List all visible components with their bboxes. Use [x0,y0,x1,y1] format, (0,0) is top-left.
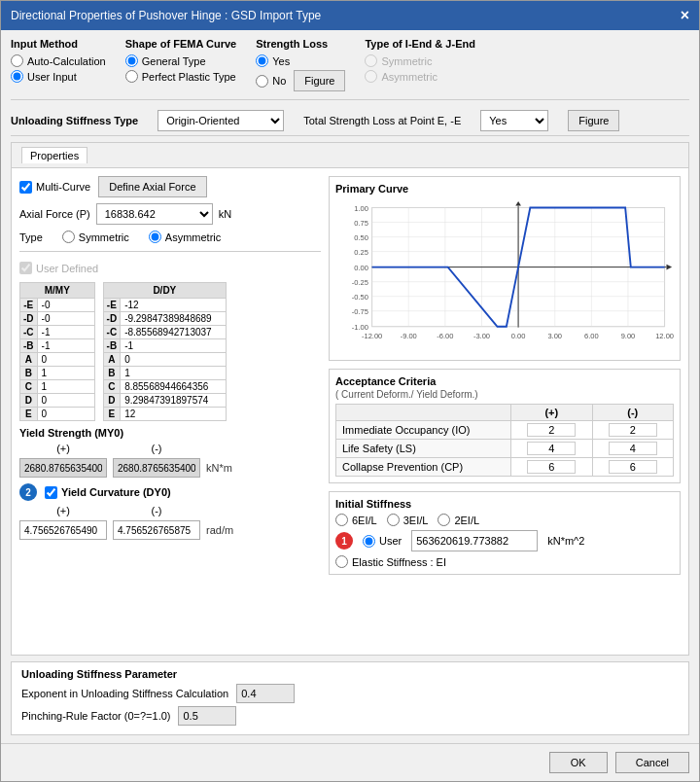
svg-text:-0.25: -0.25 [352,278,368,287]
acceptance-table: (+) (-) Immediate Occupancy (IO) Life Sa… [335,404,674,477]
svg-marker-22 [515,201,521,206]
pinching-input[interactable] [178,706,236,726]
primary-curve-svg: 1.00 0.75 0.50 0.25 0.00 -0.25 -0.50 -0.… [335,198,674,354]
badge-2: 2 [19,483,37,501]
dialog-title: Directional Properties of Pushover Hinge… [11,9,321,22]
svg-text:12.00: 12.00 [655,332,674,340]
yield-curvature-unit: rad/m [206,524,233,536]
yield-strength-neg-header: (-) [113,443,200,454]
strength-loss-figure-button[interactable]: Figure [294,70,345,91]
ac-pos-header: (+) [511,405,593,421]
type-asymmetric[interactable]: Asymmetric [149,231,221,243]
yield-curvature-pos-input[interactable] [19,520,107,540]
cp-pos[interactable] [511,458,593,477]
total-strength-label: Total Strength Loss at Point E, -E [303,115,461,126]
type-label: Type [19,231,43,243]
svg-text:9.00: 9.00 [621,332,636,340]
input-method-label: Input Method [11,38,106,50]
io-label: Immediate Occupancy (IO) [336,421,511,440]
yield-strength-pos-input[interactable] [19,458,107,478]
stiffness-user-input[interactable] [411,530,538,551]
mmy-table: M/MY -E -D -C -B [19,282,95,421]
axial-force-select[interactable]: 16838.642 [96,203,213,225]
dialog-footer: OK Cancel [1,743,699,781]
svg-text:-6.00: -6.00 [437,332,453,340]
strength-loss-label: Strength Loss [256,38,345,50]
strength-loss-yes[interactable]: Yes [256,54,345,67]
stiffness-3ei-option[interactable]: 3EI/L [387,514,429,526]
unloading-select[interactable]: Origin-Oriented Tangent Secant [158,110,284,131]
properties-tab[interactable]: Properties [21,147,88,163]
acceptance-subtitle: ( Current Deform./ Yield Deform.) [335,389,674,400]
perfect-plastic-option[interactable]: Perfect Plastic Type [125,70,237,83]
svg-text:0.75: 0.75 [354,219,368,228]
yield-strength-unit: kN*m [206,462,232,474]
initial-stiffness-title: Initial Stiffness [335,498,674,510]
cp-row: Collapse Prevention (CP) [336,458,674,477]
mmy-e-neg[interactable] [37,299,94,312]
stiffness-2ei-option[interactable]: 2EI/L [438,514,479,526]
cp-label: Collapse Prevention (CP) [336,458,511,477]
stiffness-6ei-option[interactable]: 6EI/L [335,514,377,526]
stiffness-user-option[interactable]: User [363,535,402,548]
svg-text:6.00: 6.00 [584,332,599,340]
type-symmetric[interactable]: Symmetric [62,231,129,243]
io-pos[interactable] [511,421,593,440]
svg-text:-3.00: -3.00 [473,332,490,340]
yield-strength-neg-input[interactable] [113,458,200,478]
initial-stiffness-section: Initial Stiffness 6EI/L 3EI/L [329,491,681,575]
type-iend-label: Type of I-End & J-End [365,38,474,50]
yield-strength-pos-header: (+) [19,443,107,454]
cp-neg[interactable] [592,458,674,477]
svg-text:0.50: 0.50 [354,233,368,242]
shape-fema-label: Shape of FEMA Curve [125,38,237,50]
svg-text:0.25: 0.25 [354,248,368,257]
svg-text:3.00: 3.00 [547,332,562,340]
ls-label: Life Safety (LS) [336,440,511,458]
ac-empty-header [336,405,511,421]
acceptance-criteria-section: Acceptance Criteria ( Current Deform./ Y… [329,369,681,483]
yield-curvature-neg-header: (-) [113,505,200,516]
user-input-option[interactable]: User Input [11,70,106,83]
close-button[interactable]: × [681,7,689,24]
auto-calc-option[interactable]: Auto-Calculation [11,54,106,67]
symmetric-iend-option[interactable]: Symmetric [365,54,474,67]
strength-loss-no[interactable]: No [256,75,286,88]
unloading-param-title: Unloading Stiffness Parameter [21,668,679,680]
ddy-table: D/DY -E -D -C -B [103,282,228,421]
svg-marker-20 [666,265,672,270]
yield-curvature-user-defined[interactable]: Yield Curvature (DY0) [45,486,171,499]
yield-curvature-neg-input[interactable] [113,520,200,540]
asymmetric-iend-option[interactable]: Asymmetric [365,70,474,83]
stiffness-elastic-option[interactable]: Elastic Stiffness : EI [335,555,446,568]
chart-area: 1.00 0.75 0.50 0.25 0.00 -0.25 -0.50 -0.… [335,198,674,354]
unloading-param-section: Unloading Stiffness Parameter Exponent i… [11,661,689,735]
ls-neg[interactable] [592,440,674,458]
general-type-option[interactable]: General Type [125,54,237,67]
exponent-input[interactable] [236,684,295,703]
acceptance-title: Acceptance Criteria [335,375,674,387]
svg-text:0.00: 0.00 [354,264,368,272]
ls-row: Life Safety (LS) [336,440,674,458]
svg-text:1.00: 1.00 [354,204,368,213]
cancel-button[interactable]: Cancel [615,752,689,773]
yield-strength-label: Yield Strength (MY0) [19,427,321,439]
total-strength-select[interactable]: Yes No [480,110,548,131]
svg-text:-0.50: -0.50 [352,293,368,302]
exponent-label: Exponent in Unloading Stiffness Calculat… [21,688,228,699]
define-axial-force-button[interactable]: Define Axial Force [98,176,206,197]
ok-button[interactable]: OK [549,752,608,773]
pinching-label: Pinching-Rule Factor (0=?=1.0) [21,710,170,722]
chart-container: Primary Curve [329,176,681,361]
badge-1: 1 [335,532,353,550]
user-defined-checkbox[interactable]: User Defined [19,262,98,274]
ls-pos[interactable] [511,440,593,458]
multi-curve-checkbox[interactable]: Multi-Curve [19,181,90,194]
ddy-header: D/DY [103,283,227,299]
total-strength-figure-button[interactable]: Figure [568,110,619,131]
axial-force-label: Axial Force (P) [19,208,90,220]
svg-text:-1.00: -1.00 [352,323,368,332]
io-row: Immediate Occupancy (IO) [336,421,674,440]
io-neg[interactable] [592,421,674,440]
axial-force-unit: kN [219,208,231,220]
